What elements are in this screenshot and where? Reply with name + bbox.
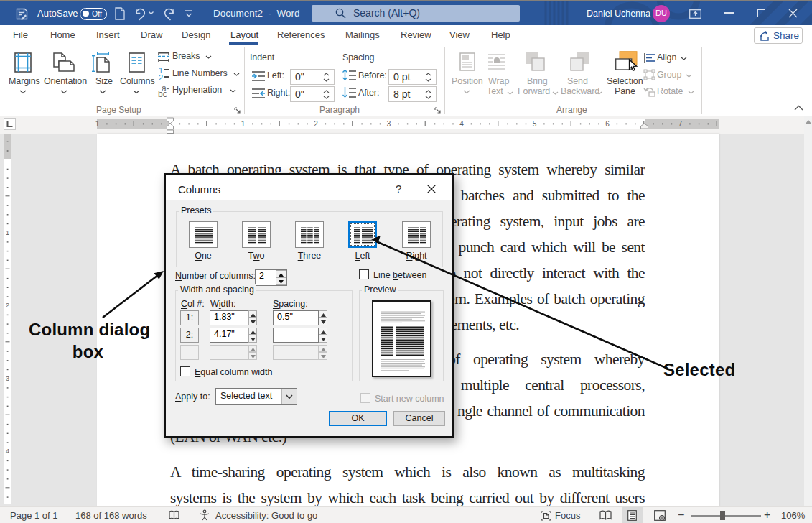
svg-text:4: 4	[459, 120, 464, 128]
svg-text:2: 2	[6, 302, 9, 309]
svg-text:4: 4	[6, 448, 9, 455]
svg-text:1: 1	[241, 120, 246, 128]
svg-text:2: 2	[314, 120, 318, 128]
svg-text:7: 7	[678, 120, 683, 128]
svg-text:3: 3	[387, 120, 391, 128]
svg-text:1: 1	[6, 229, 9, 236]
svg-text:5: 5	[533, 120, 537, 128]
svg-text:1: 1	[95, 120, 100, 128]
svg-text:6: 6	[605, 120, 610, 128]
svg-text:3: 3	[6, 375, 9, 382]
